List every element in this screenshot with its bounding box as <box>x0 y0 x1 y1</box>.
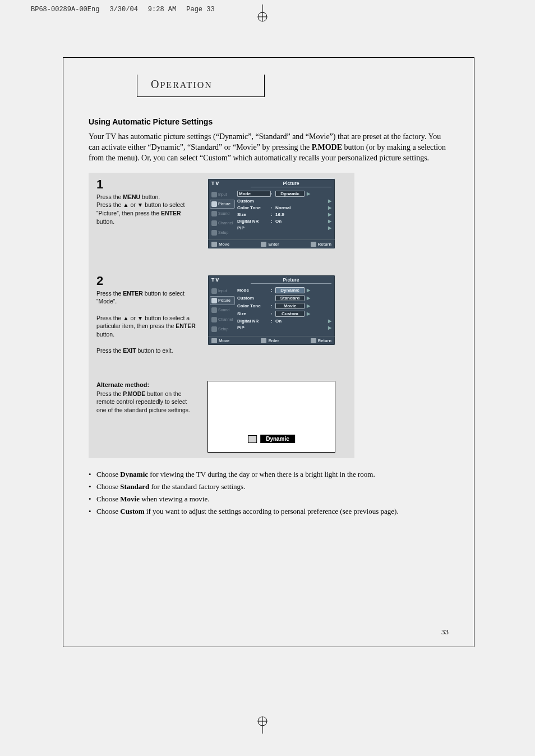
steps-block: 1 Press the MENU button. Press the ▲ or … <box>89 173 354 459</box>
alt-heading: Alternate method: <box>96 381 197 389</box>
bullet-standard: Choose Standard for the standard factory… <box>89 481 449 493</box>
crop-mark-bottom-icon <box>253 716 271 734</box>
step-2-row: 2 Press the ENTER button to select “Mode… <box>89 269 354 361</box>
nav-sound: Sound <box>210 306 235 315</box>
step-2-num: 2 <box>96 275 197 287</box>
step-2-text: 2 Press the ENTER button to select “Mode… <box>96 275 197 356</box>
menu-digitalnr: Digital NR:On▶ <box>236 318 333 325</box>
intro-paragraph: Your TV has automatic picture settings (… <box>89 132 449 164</box>
section-title: OPERATION <box>151 78 264 91</box>
nav-setup: Setup <box>210 325 235 334</box>
menu-custom: Custom▶ <box>236 198 333 205</box>
nav-setup: Setup <box>210 228 235 237</box>
page-number: 33 <box>441 628 449 637</box>
enter-icon <box>261 338 266 343</box>
step-1-text: 1 Press the MENU button. Press the ▲ or … <box>96 178 197 226</box>
step-1-num: 1 <box>96 178 197 191</box>
nav-channel: Channel <box>210 315 235 324</box>
nav-picture: Picture <box>210 200 235 209</box>
picture-icon <box>211 201 217 207</box>
alternate-row: Alternate method: Press the P.MODE butto… <box>89 375 354 458</box>
osd-tv-label: T V <box>211 277 251 284</box>
menu-size: Size:Custom▶ <box>236 310 333 318</box>
arrow-right-icon: ▶ <box>326 219 331 224</box>
print-meta-strip: BP68-00289A-00Eng 3/30/04 9:28 AM Page 3… <box>31 6 215 13</box>
intro-bold: P.MODE <box>312 143 342 151</box>
arrow-right-icon: ▶ <box>326 212 331 217</box>
setup-icon <box>211 230 217 236</box>
dynamic-label: Dynamic <box>248 435 295 443</box>
menu-pip: PIP▶ <box>236 325 333 331</box>
nav-input: Input <box>210 190 235 199</box>
osd-tv-label: T V <box>211 181 251 187</box>
updown-icon <box>211 242 217 247</box>
arrow-right-icon: ▶ <box>305 311 310 316</box>
osd-menu-2: Mode:Dynamic▶ CustomStandard▶ Color Tone… <box>235 285 335 336</box>
osd-footer-1: Move Enter Return <box>208 239 335 248</box>
nav-input: Input <box>210 287 235 296</box>
tv-icon <box>211 288 217 294</box>
enter-icon <box>261 242 266 247</box>
meta-time: 9:28 AM <box>148 6 176 13</box>
menu-digitalnr: Digital NR:On▶ <box>236 218 333 225</box>
osd-panel-title: Picture <box>251 277 331 284</box>
osd-footer-2: Move Enter Return <box>208 336 335 345</box>
step-1-row: 1 Press the MENU button. Press the ▲ or … <box>89 173 354 255</box>
arrow-right-icon: ▶ <box>305 296 310 301</box>
sound-icon <box>211 307 217 313</box>
arrow-right-icon: ▶ <box>305 303 310 308</box>
setup-icon <box>211 326 217 332</box>
dynamic-preview: Dynamic <box>207 381 335 453</box>
nav-picture: Picture <box>210 296 235 305</box>
arrow-right-icon: ▶ <box>326 319 331 324</box>
menu-custom: CustomStandard▶ <box>236 294 333 302</box>
bullet-dynamic: Choose Dynamic for viewing the TV during… <box>89 468 449 481</box>
meta-date: 3/30/04 <box>109 6 137 13</box>
arrow-right-icon: ▶ <box>326 199 331 204</box>
menu-size: Size:16:9▶ <box>236 211 333 218</box>
pmode-box-icon <box>248 435 257 443</box>
page-frame: OPERATION Using Automatic Picture Settin… <box>63 57 474 647</box>
meta-file: BP68-00289A-00Eng <box>31 6 99 13</box>
arrow-right-icon: ▶ <box>326 325 331 330</box>
nav-sound: Sound <box>210 209 235 218</box>
menu-mode: Mode:Dynamic▶ <box>236 287 333 294</box>
menu-colortone: Color Tone:Normal▶ <box>236 205 333 211</box>
return-icon <box>311 338 316 343</box>
sub-heading: Using Automatic Picture Settings <box>89 117 449 126</box>
picture-icon <box>211 298 217 303</box>
channel-icon <box>211 220 217 226</box>
arrow-right-icon: ▶ <box>326 225 331 231</box>
bullet-custom: Choose Custom if you want to adjust the … <box>89 505 449 518</box>
return-icon <box>311 242 316 247</box>
osd-panel-title: Picture <box>251 181 331 187</box>
menu-pip: PIP▶ <box>236 225 333 232</box>
osd-nav: Input Picture Sound Channel Setup <box>208 285 235 336</box>
crop-mark-top-icon <box>253 4 271 22</box>
osd-screenshot-1: T V Picture Input Picture Sound Channel … <box>207 178 335 249</box>
updown-icon <box>211 338 217 343</box>
channel-icon <box>211 317 217 322</box>
nav-channel: Channel <box>210 219 235 228</box>
alternate-text: Alternate method: Press the P.MODE butto… <box>96 381 197 414</box>
osd-menu-1: Mode:Dynamic▶ Custom▶ Color Tone:Normal▶… <box>235 188 335 239</box>
sound-icon <box>211 211 217 216</box>
arrow-right-icon: ▶ <box>305 288 310 293</box>
dynamic-text: Dynamic <box>260 435 295 443</box>
osd-screenshot-2: T V Picture Input Picture Sound Channel … <box>207 275 335 345</box>
section-title-box: OPERATION <box>137 75 265 97</box>
meta-page: Page 33 <box>186 6 214 13</box>
osd-nav: Input Picture Sound Channel Setup <box>208 188 235 239</box>
menu-colortone: Color Tone:Movie▶ <box>236 302 333 310</box>
arrow-right-icon: ▶ <box>305 191 310 196</box>
bullet-movie: Choose Movie when viewing a movie. <box>89 493 449 505</box>
bullet-list: Choose Dynamic for viewing the TV during… <box>89 468 449 518</box>
tv-icon <box>211 192 217 197</box>
arrow-right-icon: ▶ <box>326 205 331 210</box>
menu-mode: Mode:Dynamic▶ <box>236 190 333 198</box>
